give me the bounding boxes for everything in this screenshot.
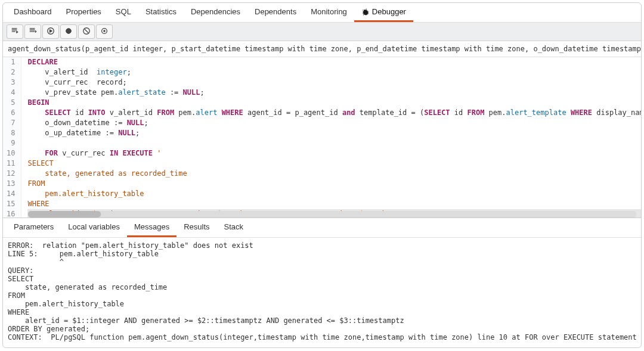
bottom-tab-stack[interactable]: Stack — [217, 218, 251, 237]
bottom-tab-local-variables[interactable]: Local variables — [61, 218, 127, 237]
stop-icon — [100, 27, 109, 37]
line-number[interactable]: 16 — [7, 209, 15, 218]
top-tabs: DashboardPropertiesSQLStatisticsDependen… — [3, 3, 641, 23]
line-number[interactable]: 11 — [7, 159, 15, 169]
tab-label: Debugger — [372, 7, 406, 16]
bottom-tab-messages[interactable]: Messages — [127, 218, 177, 237]
line-number[interactable]: 1 — [7, 57, 15, 67]
code-line[interactable]: v_curr_rec record; — [27, 77, 641, 88]
line-number[interactable]: 5 — [7, 98, 15, 108]
clear-breakpoints-button[interactable] — [78, 24, 95, 39]
function-signature: agent_down_status(p_agent_id integer, p_… — [3, 41, 641, 57]
line-gutter: 12345678910111213141516 — [3, 57, 21, 218]
tab-label: Statistics — [145, 7, 177, 16]
step-into-button[interactable] — [7, 24, 23, 39]
toggle-breakpoint-icon — [64, 27, 73, 37]
line-number[interactable]: 14 — [7, 189, 15, 199]
bottom-tab-results[interactable]: Results — [177, 218, 216, 237]
tab-label: Dependents — [255, 7, 296, 16]
tab-label: Dependencies — [191, 7, 240, 16]
line-number[interactable]: 9 — [7, 138, 15, 148]
code-line[interactable]: FROM — [27, 179, 641, 189]
tab-debugger[interactable]: 🐞Debugger — [354, 3, 413, 22]
svg-point-1 — [66, 28, 72, 33]
tab-sql[interactable]: SQL — [109, 3, 138, 22]
tab-label: Dashboard — [14, 7, 52, 16]
debugger-window: DashboardPropertiesSQLStatisticsDependen… — [2, 2, 642, 348]
toggle-breakpoint-button[interactable] — [60, 24, 77, 39]
line-number[interactable]: 15 — [7, 199, 15, 209]
line-number[interactable]: 10 — [7, 148, 15, 159]
code-line[interactable]: SELECT — [27, 159, 641, 169]
line-number[interactable]: 2 — [7, 67, 15, 77]
step-over-icon — [29, 27, 37, 37]
code-line[interactable]: v_prev_state pem.alert_state := NULL; — [27, 88, 641, 98]
code-line[interactable] — [27, 138, 641, 148]
tab-statistics[interactable]: Statistics — [138, 3, 184, 22]
line-number[interactable]: 6 — [7, 108, 15, 118]
code-line[interactable]: state, generated as recorded_time — [27, 169, 641, 179]
code-line[interactable]: BEGIN — [27, 98, 641, 108]
code-line[interactable]: DECLARE — [27, 57, 641, 67]
tab-dependents[interactable]: Dependents — [247, 3, 304, 22]
step-over-button[interactable] — [24, 24, 41, 39]
tab-label: SQL — [116, 7, 131, 16]
code-line[interactable]: o_down_datetime := NULL; — [27, 118, 641, 128]
continue-icon — [47, 27, 55, 37]
line-number[interactable]: 12 — [7, 169, 15, 179]
line-number[interactable]: 4 — [7, 88, 15, 98]
svg-point-4 — [104, 30, 106, 32]
tab-label: Properties — [66, 7, 101, 16]
stop-button[interactable] — [96, 24, 113, 39]
line-number[interactable]: 8 — [7, 128, 15, 138]
code-line[interactable]: SELECT id INTO v_alert_id FROM pem.alert… — [27, 108, 641, 118]
tab-dashboard[interactable]: Dashboard — [7, 3, 59, 22]
code-line[interactable]: pem.alert_history_table — [27, 189, 641, 199]
code-line[interactable]: FOR v_curr_rec IN EXECUTE ' — [27, 148, 641, 159]
horizontal-scrollbar[interactable] — [28, 211, 636, 218]
tab-dependencies[interactable]: Dependencies — [184, 3, 247, 22]
tab-properties[interactable]: Properties — [59, 3, 109, 22]
code-lines: DECLARE v_alert_id integer; v_curr_rec r… — [21, 57, 641, 218]
bottom-tab-parameters[interactable]: Parameters — [7, 218, 61, 237]
code-line[interactable]: o_up_datetime := NULL; — [27, 128, 641, 138]
messages-panel: ERROR: relation "pem.alert_history_table… — [3, 238, 641, 347]
line-number[interactable]: 7 — [7, 118, 15, 128]
continue-button[interactable] — [42, 24, 59, 39]
clear-breakpoints-icon — [82, 27, 91, 37]
scrollbar-thumb[interactable] — [28, 211, 101, 218]
code-line[interactable]: v_alert_id integer; — [27, 67, 641, 77]
code-editor[interactable]: 12345678910111213141516 DECLARE v_alert_… — [3, 57, 641, 218]
line-number[interactable]: 3 — [7, 77, 15, 88]
bottom-tabs: ParametersLocal variablesMessagesResults… — [3, 218, 641, 238]
tab-label: Monitoring — [311, 7, 347, 16]
bug-icon: 🐞 — [361, 8, 370, 15]
line-number[interactable]: 13 — [7, 179, 15, 189]
tab-monitoring[interactable]: Monitoring — [304, 3, 354, 22]
code-line[interactable]: WHERE — [27, 199, 641, 209]
step-into-icon — [11, 27, 19, 37]
debug-toolbar — [3, 23, 641, 41]
